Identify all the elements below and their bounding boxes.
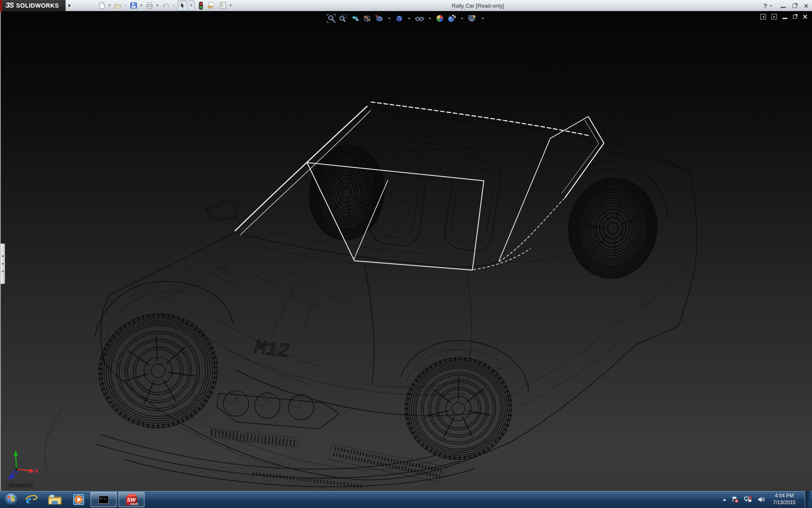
apply-scene-caret[interactable] bbox=[461, 18, 464, 19]
solidworks-logo-text: SOLIDWORKS bbox=[16, 2, 59, 9]
feature-panel-expand-tab[interactable] bbox=[0, 243, 5, 284]
print-button[interactable] bbox=[145, 0, 154, 11]
windows-start-icon bbox=[3, 492, 19, 507]
zoom-to-fit-icon bbox=[327, 14, 336, 23]
media-player-button[interactable] bbox=[67, 491, 91, 508]
section-view-button[interactable] bbox=[362, 14, 372, 23]
command-prompt-button[interactable]: C:\_ bbox=[91, 492, 117, 507]
zoom-to-area-icon bbox=[339, 14, 348, 23]
new-dropdown-caret[interactable] bbox=[108, 5, 111, 6]
previous-view-button[interactable] bbox=[350, 14, 360, 23]
new-document-icon bbox=[98, 2, 106, 9]
chevron-left-icon bbox=[2, 262, 3, 265]
car-body-lines: M12 bbox=[44, 44, 697, 487]
undo-dropdown-caret[interactable] bbox=[173, 5, 175, 6]
open-dropdown-caret[interactable] bbox=[124, 5, 127, 6]
restore-button[interactable] bbox=[793, 4, 797, 8]
clock-time: 4:04 PM bbox=[773, 493, 796, 500]
help-button[interactable]: ? bbox=[763, 2, 774, 9]
solidworks-logo[interactable]: ЗS SOLIDWORKS bbox=[2, 0, 66, 11]
hidden-icons-button[interactable] bbox=[723, 499, 726, 501]
clock-date: 7/13/2015 bbox=[773, 500, 796, 506]
minimize-button[interactable] bbox=[781, 7, 786, 8]
zoom-to-area-button[interactable] bbox=[338, 14, 348, 23]
volume-icon[interactable] bbox=[757, 496, 765, 503]
hide-show-items-button[interactable] bbox=[414, 14, 425, 23]
section-view-icon bbox=[363, 14, 372, 23]
svg-text:M12: M12 bbox=[253, 337, 291, 363]
show-desktop-button[interactable] bbox=[805, 491, 811, 508]
close-button[interactable]: ✕ bbox=[804, 3, 809, 9]
hide-show-items-icon bbox=[415, 14, 425, 23]
previous-view-icon bbox=[351, 14, 360, 23]
display-style-icon bbox=[395, 14, 404, 23]
pane-right-icon bbox=[774, 16, 775, 18]
save-icon bbox=[130, 2, 137, 9]
action-center-flag-icon[interactable] bbox=[731, 496, 739, 503]
document-minimize-button[interactable] bbox=[782, 18, 787, 19]
new-document-button[interactable] bbox=[98, 0, 106, 11]
chevron-left-icon bbox=[2, 270, 3, 273]
view-settings-caret[interactable] bbox=[482, 18, 484, 19]
select-dropdown-button[interactable] bbox=[188, 0, 195, 11]
zoom-to-fit-button[interactable] bbox=[326, 14, 336, 23]
pane-right-button[interactable] bbox=[771, 14, 777, 19]
open-button[interactable] bbox=[113, 0, 122, 11]
view-orientation-label: *Dimetric bbox=[7, 481, 34, 489]
document-title: Rally Car [Read-only] bbox=[199, 0, 757, 11]
open-icon bbox=[114, 2, 122, 9]
apply-scene-button[interactable] bbox=[447, 14, 457, 23]
solidworks-logo-glyph: ЗS bbox=[5, 2, 14, 9]
menu-flyout-button[interactable] bbox=[66, 1, 72, 10]
view-orientation-caret[interactable] bbox=[388, 18, 391, 19]
pane-left-button[interactable] bbox=[760, 14, 766, 19]
network-disconnected-icon[interactable] bbox=[744, 496, 752, 503]
select-cursor-icon bbox=[179, 2, 186, 9]
internet-explorer-button[interactable]: e bbox=[19, 491, 43, 508]
start-button[interactable] bbox=[3, 491, 19, 508]
heads-up-view-toolbar bbox=[326, 14, 486, 23]
view-orientation-button[interactable] bbox=[374, 14, 384, 23]
window-controls: ? ✕ bbox=[763, 0, 809, 11]
graphics-viewport[interactable]: .cl{stroke:#0b0b0b;stroke-width:1.5;fill… bbox=[0, 11, 812, 491]
print-dropdown-caret[interactable] bbox=[156, 5, 159, 6]
document-restore-button[interactable] bbox=[793, 15, 797, 19]
help-dropdown-caret bbox=[770, 5, 772, 7]
view-orientation-icon bbox=[375, 14, 384, 23]
media-player-icon bbox=[72, 493, 85, 506]
svg-text:e: e bbox=[26, 494, 31, 506]
solidworks-taskbar-button[interactable]: SW 2015 bbox=[118, 492, 145, 507]
save-dropdown-caret[interactable] bbox=[140, 5, 143, 6]
windows-explorer-button[interactable] bbox=[43, 491, 67, 508]
apply-scene-icon bbox=[447, 14, 457, 23]
solidworks-2015-icon: SW 2015 bbox=[126, 494, 137, 505]
undo-button[interactable] bbox=[161, 0, 170, 11]
undo-icon bbox=[162, 2, 170, 9]
view-settings-icon bbox=[468, 14, 477, 23]
taskbar-clock[interactable]: 4:04 PM 7/13/2015 bbox=[771, 493, 798, 506]
pane-left-icon bbox=[763, 16, 764, 18]
document-close-button[interactable]: ✕ bbox=[802, 14, 808, 20]
document-window-controls: ✕ bbox=[760, 14, 808, 20]
command-prompt-label: C:\_ bbox=[100, 497, 107, 500]
edit-appearance-button[interactable] bbox=[435, 14, 445, 23]
solidworks-icon-year: 2015 bbox=[130, 502, 138, 506]
internet-explorer-icon: e bbox=[25, 493, 38, 506]
chevron-left-icon bbox=[2, 255, 3, 257]
orientation-triad bbox=[7, 450, 38, 480]
display-style-caret[interactable] bbox=[408, 18, 411, 19]
save-button[interactable] bbox=[129, 0, 138, 11]
command-prompt-icon: C:\_ bbox=[99, 496, 109, 504]
titlebar: ЗS SOLIDWORKS bbox=[0, 0, 812, 11]
hide-show-items-caret[interactable] bbox=[429, 18, 431, 19]
edit-appearance-icon bbox=[436, 14, 444, 23]
car-wireframe: .cl{stroke:#0b0b0b;stroke-width:1.5;fill… bbox=[0, 11, 812, 491]
print-icon bbox=[145, 2, 154, 9]
select-button[interactable] bbox=[178, 0, 187, 11]
windows-explorer-icon bbox=[48, 493, 62, 506]
display-style-button[interactable] bbox=[395, 14, 404, 23]
help-icon: ? bbox=[763, 2, 767, 9]
taskbar: e C:\_ SW 2015 bbox=[0, 491, 812, 508]
view-settings-button[interactable] bbox=[467, 14, 478, 23]
chevron-right-icon bbox=[69, 4, 71, 7]
